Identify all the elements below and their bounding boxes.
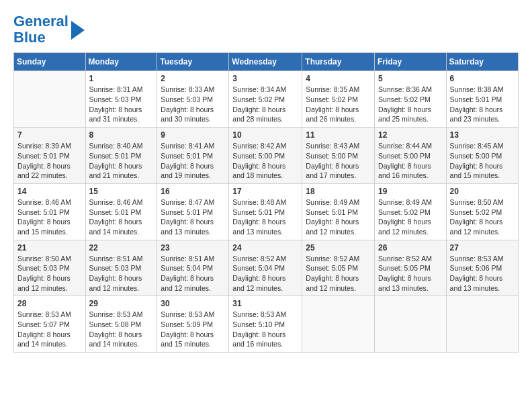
day-info: Sunrise: 8:44 AM Sunset: 5:00 PM Dayligh… xyxy=(378,141,443,181)
calendar-cell: 31 Sunrise: 8:53 AM Sunset: 5:10 PM Dayl… xyxy=(229,296,302,353)
daylight-label: Daylight: 8 hours and 13 minutes. xyxy=(450,274,503,292)
calendar-cell: 22 Sunrise: 8:51 AM Sunset: 5:03 PM Dayl… xyxy=(85,240,157,296)
day-number: 26 xyxy=(378,243,443,253)
day-info: Sunrise: 8:42 AM Sunset: 5:00 PM Dayligh… xyxy=(232,141,298,181)
daylight-label: Daylight: 8 hours and 12 minutes. xyxy=(232,274,285,292)
sunset-label: Sunset: 5:07 PM xyxy=(17,320,70,328)
day-number: 25 xyxy=(306,243,371,253)
sunrise-label: Sunrise: 8:46 AM xyxy=(89,198,143,206)
day-info: Sunrise: 8:48 AM Sunset: 5:01 PM Dayligh… xyxy=(232,197,298,237)
sunrise-label: Sunrise: 8:31 AM xyxy=(89,85,143,93)
day-number: 20 xyxy=(450,187,515,196)
day-info: Sunrise: 8:49 AM Sunset: 5:02 PM Dayligh… xyxy=(378,197,443,237)
calendar-cell: 23 Sunrise: 8:51 AM Sunset: 5:04 PM Dayl… xyxy=(157,240,229,296)
daylight-label: Daylight: 8 hours and 19 minutes. xyxy=(161,162,214,180)
logo-general: General xyxy=(13,13,69,30)
day-number: 13 xyxy=(450,130,515,140)
daylight-label: Daylight: 8 hours and 14 minutes. xyxy=(89,330,142,349)
calendar-cell: 2 Sunrise: 8:33 AM Sunset: 5:03 PM Dayli… xyxy=(157,71,229,128)
day-info: Sunrise: 8:53 AM Sunset: 5:08 PM Dayligh… xyxy=(89,310,154,349)
daylight-label: Daylight: 8 hours and 12 minutes. xyxy=(306,274,359,292)
day-info: Sunrise: 8:52 AM Sunset: 5:04 PM Dayligh… xyxy=(232,254,298,293)
calendar-cell: 8 Sunrise: 8:40 AM Sunset: 5:01 PM Dayli… xyxy=(85,128,157,184)
daylight-label: Daylight: 8 hours and 17 minutes. xyxy=(306,162,359,180)
weekday-header-row: SundayMondayTuesdayWednesdayThursdayFrid… xyxy=(14,53,519,71)
sunset-label: Sunset: 5:05 PM xyxy=(306,264,358,272)
daylight-label: Daylight: 8 hours and 23 minutes. xyxy=(450,105,503,124)
sunrise-label: Sunrise: 8:44 AM xyxy=(378,142,432,150)
day-info: Sunrise: 8:33 AM Sunset: 5:03 PM Dayligh… xyxy=(161,85,225,124)
daylight-label: Daylight: 8 hours and 21 minutes. xyxy=(89,162,142,180)
daylight-label: Daylight: 8 hours and 12 minutes. xyxy=(306,218,359,236)
calendar-cell: 26 Sunrise: 8:52 AM Sunset: 5:05 PM Dayl… xyxy=(375,240,447,296)
day-info: Sunrise: 8:53 AM Sunset: 5:09 PM Dayligh… xyxy=(161,310,225,349)
daylight-label: Daylight: 8 hours and 13 minutes. xyxy=(161,218,214,236)
sunrise-label: Sunrise: 8:53 AM xyxy=(450,255,504,263)
calendar-cell: 19 Sunrise: 8:49 AM Sunset: 5:02 PM Dayl… xyxy=(375,183,447,240)
day-number: 8 xyxy=(89,130,154,140)
daylight-label: Daylight: 8 hours and 28 minutes. xyxy=(232,105,285,124)
sunrise-label: Sunrise: 8:48 AM xyxy=(232,198,286,206)
sunset-label: Sunset: 5:06 PM xyxy=(450,264,502,272)
logo-arrow-icon xyxy=(71,21,85,40)
calendar-cell: 4 Sunrise: 8:35 AM Sunset: 5:02 PM Dayli… xyxy=(302,71,375,128)
calendar-cell: 5 Sunrise: 8:36 AM Sunset: 5:02 PM Dayli… xyxy=(375,71,447,128)
sunset-label: Sunset: 5:01 PM xyxy=(161,152,213,160)
weekday-header-sunday: Sunday xyxy=(14,53,86,71)
sunset-label: Sunset: 5:04 PM xyxy=(161,264,213,272)
sunset-label: Sunset: 5:02 PM xyxy=(306,95,358,103)
day-info: Sunrise: 8:51 AM Sunset: 5:04 PM Dayligh… xyxy=(161,254,225,293)
daylight-label: Daylight: 8 hours and 25 minutes. xyxy=(378,105,431,124)
sunrise-label: Sunrise: 8:52 AM xyxy=(306,255,359,263)
daylight-label: Daylight: 8 hours and 12 minutes. xyxy=(17,274,71,292)
day-info: Sunrise: 8:41 AM Sunset: 5:01 PM Dayligh… xyxy=(161,141,225,181)
day-number: 27 xyxy=(450,243,515,253)
sunrise-label: Sunrise: 8:49 AM xyxy=(378,198,432,206)
sunset-label: Sunset: 5:01 PM xyxy=(17,208,70,216)
logo-text: General Blue xyxy=(13,13,69,46)
sunset-label: Sunset: 5:01 PM xyxy=(89,208,142,216)
sunrise-label: Sunrise: 8:38 AM xyxy=(450,85,504,93)
calendar-cell: 7 Sunrise: 8:39 AM Sunset: 5:01 PM Dayli… xyxy=(14,128,86,184)
sunrise-label: Sunrise: 8:51 AM xyxy=(161,255,214,263)
calendar-cell xyxy=(14,71,86,128)
sunrise-label: Sunrise: 8:40 AM xyxy=(89,142,143,150)
sunset-label: Sunset: 5:00 PM xyxy=(232,152,285,160)
day-number: 24 xyxy=(232,243,298,253)
day-info: Sunrise: 8:38 AM Sunset: 5:01 PM Dayligh… xyxy=(450,85,515,124)
sunrise-label: Sunrise: 8:53 AM xyxy=(89,310,143,318)
sunrise-label: Sunrise: 8:52 AM xyxy=(232,255,286,263)
sunrise-label: Sunrise: 8:53 AM xyxy=(17,310,71,318)
daylight-label: Daylight: 8 hours and 16 minutes. xyxy=(232,330,285,349)
calendar-cell: 12 Sunrise: 8:44 AM Sunset: 5:00 PM Dayl… xyxy=(375,128,447,184)
day-number: 30 xyxy=(161,299,225,308)
sunset-label: Sunset: 5:00 PM xyxy=(450,152,502,160)
day-info: Sunrise: 8:40 AM Sunset: 5:01 PM Dayligh… xyxy=(89,141,154,181)
calendar-cell: 21 Sunrise: 8:50 AM Sunset: 5:03 PM Dayl… xyxy=(14,240,86,296)
day-info: Sunrise: 8:50 AM Sunset: 5:03 PM Dayligh… xyxy=(17,254,82,293)
day-info: Sunrise: 8:47 AM Sunset: 5:01 PM Dayligh… xyxy=(161,197,225,237)
day-number: 29 xyxy=(89,299,154,308)
day-number: 14 xyxy=(17,187,82,196)
day-number: 5 xyxy=(378,74,443,83)
day-info: Sunrise: 8:39 AM Sunset: 5:01 PM Dayligh… xyxy=(17,141,82,181)
sunset-label: Sunset: 5:03 PM xyxy=(89,264,142,272)
daylight-label: Daylight: 8 hours and 15 minutes. xyxy=(450,162,503,180)
sunset-label: Sunset: 5:03 PM xyxy=(89,95,142,103)
calendar-cell: 11 Sunrise: 8:43 AM Sunset: 5:00 PM Dayl… xyxy=(302,128,375,184)
day-number: 3 xyxy=(232,74,298,83)
day-info: Sunrise: 8:36 AM Sunset: 5:02 PM Dayligh… xyxy=(378,85,443,124)
sunrise-label: Sunrise: 8:41 AM xyxy=(161,142,214,150)
sunset-label: Sunset: 5:03 PM xyxy=(161,95,213,103)
calendar-cell: 24 Sunrise: 8:52 AM Sunset: 5:04 PM Dayl… xyxy=(229,240,302,296)
sunset-label: Sunset: 5:02 PM xyxy=(450,208,502,216)
sunrise-label: Sunrise: 8:34 AM xyxy=(232,85,286,93)
daylight-label: Daylight: 8 hours and 30 minutes. xyxy=(161,105,214,124)
day-info: Sunrise: 8:46 AM Sunset: 5:01 PM Dayligh… xyxy=(89,197,154,237)
day-number: 6 xyxy=(450,74,515,83)
day-info: Sunrise: 8:53 AM Sunset: 5:06 PM Dayligh… xyxy=(450,254,515,293)
sunset-label: Sunset: 5:01 PM xyxy=(89,152,142,160)
sunset-label: Sunset: 5:08 PM xyxy=(89,320,142,328)
day-number: 18 xyxy=(306,187,371,196)
sunrise-label: Sunrise: 8:50 AM xyxy=(17,255,71,263)
